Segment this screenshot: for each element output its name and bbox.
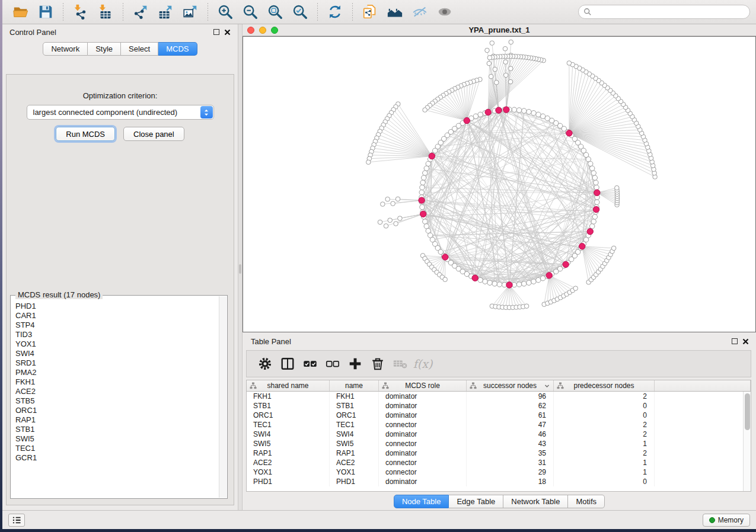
cell-MCDS-role[interactable]: connector bbox=[379, 439, 467, 448]
tab-network-table[interactable]: Network Table bbox=[503, 495, 568, 508]
table-row[interactable]: SWI5SWI5connector431 bbox=[247, 439, 743, 448]
delete-icon[interactable] bbox=[369, 355, 387, 373]
mcds-result-item[interactable]: STP4 bbox=[15, 321, 218, 330]
cell-predecessor-nodes[interactable]: 1 bbox=[554, 467, 655, 477]
network-from-selection-icon[interactable] bbox=[360, 3, 380, 21]
table-scrollbar[interactable] bbox=[743, 392, 751, 491]
mcds-node-ACE2[interactable] bbox=[594, 190, 600, 196]
minimize-window-icon[interactable] bbox=[259, 27, 266, 34]
table-row[interactable]: TEC1TEC1connector472 bbox=[247, 420, 743, 430]
add-column-icon[interactable] bbox=[346, 355, 364, 373]
cell-successor-nodes[interactable]: 43 bbox=[467, 439, 554, 448]
cell-name[interactable]: TEC1 bbox=[330, 420, 379, 430]
zoom-in-icon[interactable] bbox=[215, 3, 235, 21]
memory-button[interactable]: Memory bbox=[703, 514, 750, 527]
cell-MCDS-role[interactable]: dominator bbox=[379, 392, 467, 401]
cell-name[interactable]: FKH1 bbox=[330, 392, 379, 401]
search-input[interactable] bbox=[595, 7, 745, 17]
cell-MCDS-role[interactable]: dominator bbox=[379, 401, 467, 411]
network-graph[interactable] bbox=[243, 37, 755, 332]
table-row[interactable]: YOX1YOX1connector291 bbox=[247, 467, 743, 477]
cell-name[interactable]: ACE2 bbox=[330, 458, 379, 467]
mcds-node-ORC1[interactable] bbox=[429, 153, 435, 159]
show-all-icon[interactable] bbox=[435, 3, 455, 21]
cell-successor-nodes[interactable]: 96 bbox=[467, 392, 554, 401]
run-mcds-button[interactable]: Run MCDS bbox=[56, 127, 115, 141]
mcds-result-item[interactable]: ACE2 bbox=[15, 387, 218, 396]
mcds-result-item[interactable]: PHD1 bbox=[15, 302, 218, 311]
tab-network[interactable]: Network bbox=[43, 42, 88, 56]
mcds-node-YOX1[interactable] bbox=[442, 254, 448, 260]
close-panel-icon[interactable] bbox=[224, 29, 231, 36]
network-search[interactable] bbox=[578, 5, 750, 19]
split-columns-icon[interactable] bbox=[279, 355, 296, 373]
float-table-panel-icon[interactable] bbox=[732, 338, 738, 344]
cell-predecessor-nodes[interactable]: 2 bbox=[554, 392, 655, 401]
cell-predecessor-nodes[interactable]: 0 bbox=[554, 411, 655, 420]
mcds-result-item[interactable]: GCR1 bbox=[15, 453, 218, 463]
cell-shared-name[interactable]: ACE2 bbox=[247, 458, 330, 467]
mcds-node-SRD1[interactable] bbox=[593, 206, 599, 212]
criterion-dropdown[interactable]: largest connected component (undirected) bbox=[27, 105, 214, 120]
cell-MCDS-role[interactable]: dominator bbox=[379, 477, 467, 486]
mcds-result-item[interactable]: TID3 bbox=[15, 330, 218, 339]
cell-predecessor-nodes[interactable]: 0 bbox=[554, 477, 655, 486]
first-neighbors-icon[interactable] bbox=[385, 3, 405, 21]
import-table-icon[interactable] bbox=[95, 3, 116, 21]
table-row[interactable]: PHD1PHD1dominator180 bbox=[247, 477, 743, 486]
mcds-result-item[interactable]: ORC1 bbox=[15, 406, 218, 415]
cell-successor-nodes[interactable]: 47 bbox=[467, 420, 554, 430]
cell-shared-name[interactable]: STB1 bbox=[247, 401, 330, 411]
table-row[interactable]: SWI4SWI4dominator462 bbox=[247, 430, 743, 439]
cell-predecessor-nodes[interactable]: 1 bbox=[554, 439, 655, 448]
mcds-node-TEC1[interactable] bbox=[579, 243, 585, 249]
mcds-node-STP4[interactable] bbox=[419, 197, 425, 203]
gear-icon[interactable] bbox=[256, 355, 274, 373]
mcds-node-FKH1[interactable] bbox=[566, 130, 572, 136]
cell-predecessor-nodes[interactable]: 2 bbox=[554, 430, 655, 439]
close-table-panel-icon[interactable] bbox=[742, 338, 749, 345]
mcds-node-TID3[interactable] bbox=[420, 211, 426, 217]
mcds-result-item[interactable]: STB5 bbox=[15, 396, 218, 406]
cell-successor-nodes[interactable]: 46 bbox=[467, 430, 554, 439]
refresh-layout-icon[interactable] bbox=[325, 3, 345, 21]
mcds-node-CAR1[interactable] bbox=[496, 107, 502, 113]
result-scrollbar[interactable] bbox=[219, 296, 227, 498]
mcds-result-item[interactable]: SWI4 bbox=[15, 349, 218, 358]
tab-node-table[interactable]: Node Table bbox=[394, 495, 449, 508]
float-panel-icon[interactable] bbox=[213, 29, 219, 35]
table-row[interactable]: ORC1ORC1dominator610 bbox=[247, 411, 743, 420]
column-header-name[interactable]: name bbox=[330, 380, 379, 391]
cell-name[interactable]: YOX1 bbox=[330, 467, 379, 477]
cell-MCDS-role[interactable]: connector bbox=[379, 458, 467, 467]
cell-name[interactable]: STB1 bbox=[330, 401, 379, 411]
cell-name[interactable]: PHD1 bbox=[330, 477, 379, 486]
mcds-result-item[interactable]: YOX1 bbox=[15, 339, 218, 349]
cell-shared-name[interactable]: TEC1 bbox=[247, 420, 330, 430]
export-image-icon[interactable] bbox=[180, 3, 200, 21]
cell-name[interactable]: SWI5 bbox=[330, 439, 379, 448]
select-all-icon[interactable] bbox=[301, 355, 319, 373]
cell-name[interactable]: SWI4 bbox=[330, 430, 379, 439]
network-canvas[interactable] bbox=[243, 36, 756, 332]
mcds-node-SWI4[interactable] bbox=[464, 117, 470, 123]
cell-successor-nodes[interactable]: 18 bbox=[467, 477, 554, 486]
cell-shared-name[interactable]: RAP1 bbox=[247, 448, 330, 458]
task-history-button[interactable] bbox=[8, 514, 25, 527]
tab-select[interactable]: Select bbox=[121, 42, 158, 56]
export-network-icon[interactable] bbox=[130, 3, 151, 21]
column-header-shared-name[interactable]: shared name bbox=[247, 380, 330, 391]
column-header-successor-nodes[interactable]: successor nodes bbox=[467, 380, 554, 391]
mcds-node-PHD1[interactable] bbox=[503, 107, 509, 113]
mcds-result-item[interactable]: RAP1 bbox=[15, 415, 218, 425]
cell-MCDS-role[interactable]: connector bbox=[379, 420, 467, 430]
mcds-node-STB5[interactable] bbox=[563, 261, 569, 267]
import-network-icon[interactable] bbox=[71, 3, 91, 21]
mcds-result-item[interactable]: PMA2 bbox=[15, 368, 218, 377]
zoom-fit-icon[interactable] bbox=[265, 3, 285, 21]
cell-shared-name[interactable]: FKH1 bbox=[247, 392, 330, 401]
column-header-predecessor-nodes[interactable]: predecessor nodes bbox=[554, 380, 655, 391]
mcds-node-SWI5[interactable] bbox=[546, 273, 552, 278]
table-row[interactable]: ACE2ACE2connector311 bbox=[247, 458, 743, 467]
mcds-node-RAP1[interactable] bbox=[506, 282, 512, 288]
